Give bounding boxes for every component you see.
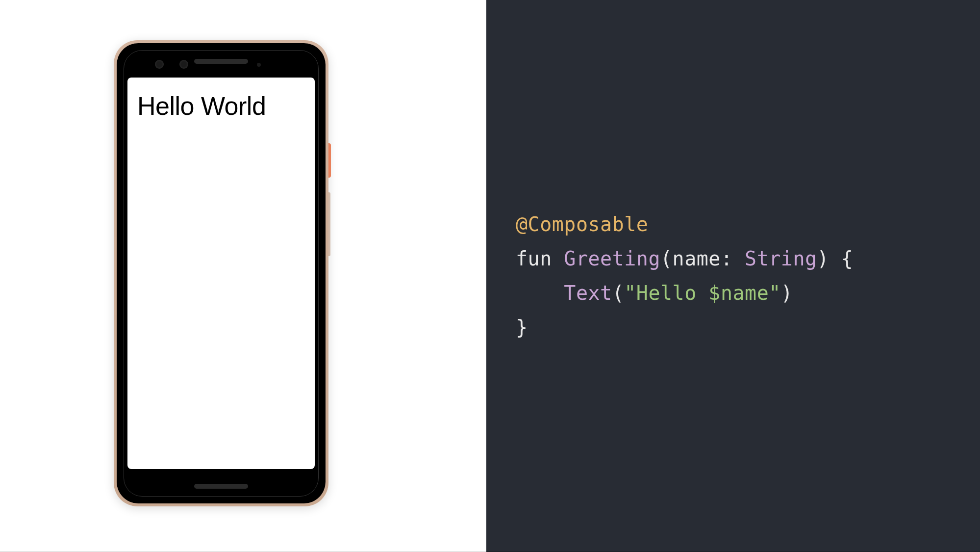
camera-icon <box>179 60 188 69</box>
speaker-bottom-icon <box>194 484 248 489</box>
code-function-name: Greeting <box>564 247 660 270</box>
code-annotation: @Composable <box>516 213 648 236</box>
phone-screen: Hello World <box>127 78 315 469</box>
code-type: String <box>745 247 817 270</box>
code-panel: @Composable fun Greeting(name: String) {… <box>486 0 980 552</box>
power-button-icon <box>328 143 331 178</box>
camera-icon <box>155 60 164 69</box>
code-param: name <box>673 247 721 270</box>
speaker-top-icon <box>194 59 248 64</box>
phone-frame: Hello World <box>117 43 326 503</box>
code-call: Text <box>564 282 612 304</box>
phone-mockup: Hello World <box>114 40 328 506</box>
code-keyword: fun <box>516 247 552 270</box>
volume-button-icon <box>328 192 330 256</box>
code-string: "Hello $name" <box>624 282 781 304</box>
preview-panel: Hello World <box>0 0 486 552</box>
code-snippet: @Composable fun Greeting(name: String) {… <box>516 207 853 344</box>
app-greeting-text: Hello World <box>137 91 305 121</box>
sensor-icon <box>257 63 261 67</box>
